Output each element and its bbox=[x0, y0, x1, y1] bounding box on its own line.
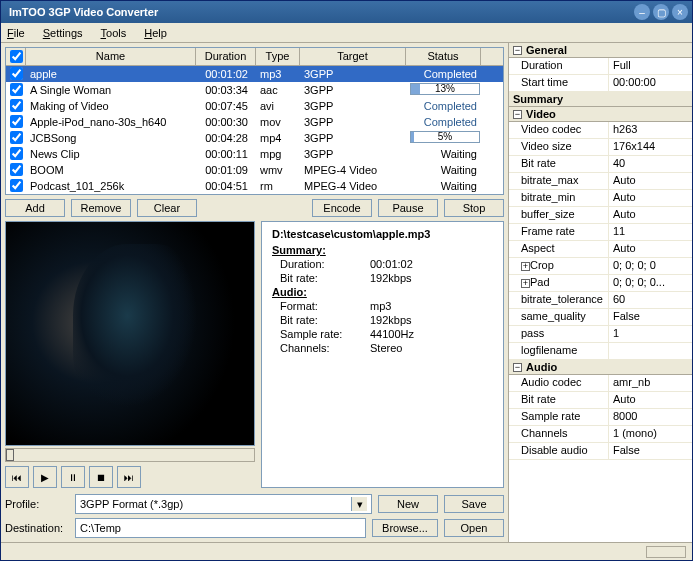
add-button[interactable]: Add bbox=[5, 199, 65, 217]
collapse-icon[interactable]: − bbox=[513, 363, 522, 372]
seek-slider[interactable] bbox=[5, 448, 255, 462]
minimize-icon[interactable]: – bbox=[634, 4, 650, 20]
row-name: BOOM bbox=[26, 163, 196, 177]
preview-image bbox=[5, 221, 255, 446]
header-name[interactable]: Name bbox=[26, 48, 196, 65]
destination-input[interactable]: C:\Temp bbox=[75, 518, 366, 538]
file-grid: Name Duration Type Target Status apple00… bbox=[5, 47, 504, 195]
row-name: News Clip bbox=[26, 147, 196, 161]
table-row[interactable]: apple00:01:02mp33GPPCompleted bbox=[6, 66, 503, 82]
remove-button[interactable]: Remove bbox=[71, 199, 131, 217]
stop-button[interactable]: Stop bbox=[444, 199, 504, 217]
section-video[interactable]: −Video bbox=[509, 107, 692, 122]
row-target: 3GPP bbox=[300, 67, 406, 81]
header-status[interactable]: Status bbox=[406, 48, 481, 65]
menu-settings[interactable]: Settings bbox=[43, 27, 83, 39]
titlebar: ImTOO 3GP Video Converter – ▢ × bbox=[1, 1, 692, 23]
chevron-down-icon[interactable]: ▾ bbox=[351, 497, 367, 511]
window-title: ImTOO 3GP Video Converter bbox=[5, 6, 631, 18]
section-audio[interactable]: −Audio bbox=[509, 360, 692, 375]
clear-button[interactable]: Clear bbox=[137, 199, 197, 217]
row-check[interactable] bbox=[6, 146, 26, 163]
menu-help[interactable]: Help bbox=[144, 27, 167, 39]
header-type[interactable]: Type bbox=[256, 48, 300, 65]
row-target: 3GPP bbox=[300, 83, 406, 97]
row-target: MPEG-4 Video bbox=[300, 179, 406, 193]
row-duration: 00:00:30 bbox=[196, 115, 256, 129]
format-value: mp3 bbox=[370, 300, 391, 312]
close-icon[interactable]: × bbox=[672, 4, 688, 20]
encode-button[interactable]: Encode bbox=[312, 199, 372, 217]
header-duration[interactable]: Duration bbox=[196, 48, 256, 65]
row-check[interactable] bbox=[6, 178, 26, 195]
row-duration: 00:04:28 bbox=[196, 131, 256, 145]
row-status: 13% bbox=[406, 82, 481, 98]
action-row: Add Remove Clear Encode Pause Stop bbox=[5, 199, 504, 217]
table-row[interactable]: BOOM00:01:09wmvMPEG-4 VideoWaiting bbox=[6, 162, 503, 178]
row-name: Podcast_101_256k bbox=[26, 179, 196, 193]
duration-label: Duration: bbox=[280, 258, 370, 270]
row-status: Completed bbox=[406, 67, 481, 81]
menu-file[interactable]: File bbox=[7, 27, 25, 39]
srate-label: Sample rate: bbox=[280, 328, 370, 340]
header-target[interactable]: Target bbox=[300, 48, 406, 65]
row-duration: 00:07:45 bbox=[196, 99, 256, 113]
bitrate-label: Bit rate: bbox=[280, 272, 370, 284]
table-row[interactable]: Apple-iPod_nano-30s_h64000:00:30mov3GPPC… bbox=[6, 114, 503, 130]
preview-panel: ⏮ ▶ ⏸ ⏹ ⏭ bbox=[5, 221, 255, 488]
abitrate-label: Bit rate: bbox=[280, 314, 370, 326]
forward-icon[interactable]: ⏭ bbox=[117, 466, 141, 488]
expand-icon[interactable]: + bbox=[521, 279, 530, 288]
new-button[interactable]: New bbox=[378, 495, 438, 513]
menu-tools[interactable]: Tools bbox=[101, 27, 127, 39]
menubar: File Settings Tools Help bbox=[1, 23, 692, 43]
table-row[interactable]: A Single Woman00:03:34aac3GPP13% bbox=[6, 82, 503, 98]
duration-value: 00:01:02 bbox=[370, 258, 413, 270]
rewind-icon[interactable]: ⏮ bbox=[5, 466, 29, 488]
maximize-icon[interactable]: ▢ bbox=[653, 4, 669, 20]
expand-icon[interactable]: + bbox=[521, 262, 530, 271]
header-check[interactable] bbox=[6, 48, 26, 65]
file-path: D:\testcase\custom\apple.mp3 bbox=[272, 228, 493, 240]
pause-icon[interactable]: ⏸ bbox=[61, 466, 85, 488]
table-row[interactable]: Making of Video00:07:45avi3GPPCompleted bbox=[6, 98, 503, 114]
section-general[interactable]: −General bbox=[509, 43, 692, 58]
profile-select[interactable]: 3GPP Format (*.3gp)▾ bbox=[75, 494, 372, 514]
table-row[interactable]: Podcast_101_256k00:04:51rmMPEG-4 VideoWa… bbox=[6, 178, 503, 194]
save-button[interactable]: Save bbox=[444, 495, 504, 513]
table-row[interactable]: News Clip00:00:11mpg3GPPWaiting bbox=[6, 146, 503, 162]
row-status: Waiting bbox=[406, 163, 481, 177]
row-type: mp3 bbox=[256, 67, 300, 81]
row-target: 3GPP bbox=[300, 147, 406, 161]
table-row[interactable]: JCBSong00:04:28mp43GPP5% bbox=[6, 130, 503, 146]
play-icon[interactable]: ▶ bbox=[33, 466, 57, 488]
browse-button[interactable]: Browse... bbox=[372, 519, 438, 537]
open-button[interactable]: Open bbox=[444, 519, 504, 537]
stop-icon[interactable]: ⏹ bbox=[89, 466, 113, 488]
row-check[interactable] bbox=[6, 98, 26, 115]
row-check[interactable] bbox=[6, 82, 26, 99]
resize-grip-icon[interactable] bbox=[646, 546, 686, 558]
row-check[interactable] bbox=[6, 114, 26, 131]
row-type: avi bbox=[256, 99, 300, 113]
row-status: Waiting bbox=[406, 147, 481, 161]
format-label: Format: bbox=[280, 300, 370, 312]
audio-header: Audio: bbox=[272, 286, 493, 298]
details-panel: D:\testcase\custom\apple.mp3 Summary: Du… bbox=[261, 221, 504, 488]
row-type: aac bbox=[256, 83, 300, 97]
destination-label: Destination: bbox=[5, 522, 69, 534]
row-type: rm bbox=[256, 179, 300, 193]
pause-button[interactable]: Pause bbox=[378, 199, 438, 217]
section-summary[interactable]: Summary bbox=[509, 92, 692, 107]
row-duration: 00:03:34 bbox=[196, 83, 256, 97]
row-check[interactable] bbox=[6, 66, 26, 83]
collapse-icon[interactable]: − bbox=[513, 110, 522, 119]
row-status: Waiting bbox=[406, 179, 481, 193]
row-target: MPEG-4 Video bbox=[300, 163, 406, 177]
row-check[interactable] bbox=[6, 162, 26, 179]
properties-panel: −General DurationFull Start time00:00:00… bbox=[508, 43, 692, 542]
row-check[interactable] bbox=[6, 130, 26, 147]
collapse-icon[interactable]: − bbox=[513, 46, 522, 55]
grid-header: Name Duration Type Target Status bbox=[6, 48, 503, 66]
row-type: mp4 bbox=[256, 131, 300, 145]
